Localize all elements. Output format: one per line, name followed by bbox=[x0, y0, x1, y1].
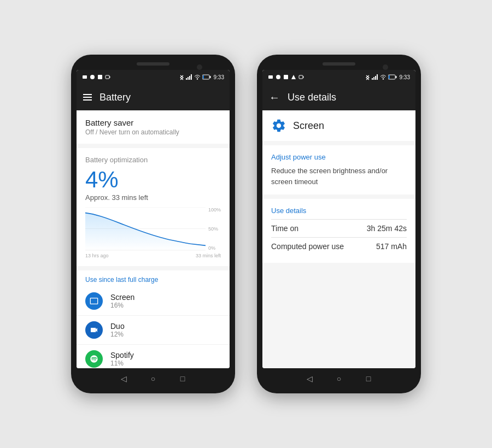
time-left: 9:33 bbox=[214, 74, 224, 80]
notif-icon-r3 bbox=[283, 74, 289, 80]
list-item-screen[interactable]: Screen 16% bbox=[77, 287, 230, 316]
screen-app-name: Screen bbox=[110, 293, 134, 302]
back-button-right[interactable]: ◁ bbox=[304, 374, 314, 384]
chart-label-0: 0% bbox=[208, 245, 221, 251]
svg-rect-22 bbox=[372, 78, 373, 80]
svg-point-26 bbox=[382, 78, 383, 79]
svg-rect-16 bbox=[268, 75, 273, 79]
notif-icon-r2 bbox=[276, 74, 281, 80]
use-details-app-name: Screen bbox=[293, 120, 324, 132]
app-bar-left: Battery bbox=[77, 84, 230, 110]
use-details-app-header: Screen bbox=[262, 110, 415, 141]
spotify-app-info: Spotify 11% bbox=[110, 351, 134, 367]
signal-icon-right bbox=[372, 74, 378, 80]
phone-screen-right: 9:33 ← Use details Screen Adjust power u… bbox=[262, 70, 415, 368]
use-details-content: Screen Adjust power use Reduce the scree… bbox=[262, 110, 415, 368]
battery-saver-title: Battery saver bbox=[85, 118, 221, 127]
duo-app-name: Duo bbox=[110, 322, 125, 331]
svg-rect-11 bbox=[209, 76, 210, 78]
phone-right: 9:33 ← Use details Screen Adjust power u… bbox=[257, 55, 421, 393]
bluetooth-icon-left bbox=[179, 74, 184, 80]
home-button-left[interactable]: ○ bbox=[148, 374, 158, 384]
use-details-section: Use details Time on 3h 25m 42s Computed … bbox=[262, 199, 415, 263]
use-details-link[interactable]: Use details bbox=[271, 207, 407, 215]
battery-approx: Approx. 33 mins left bbox=[85, 193, 221, 202]
wifi-icon-right bbox=[380, 74, 386, 80]
phone-camera-left bbox=[197, 64, 202, 70]
phone-screen-left: 9:33 Battery Battery saver Off / Never t… bbox=[77, 70, 230, 368]
battery-optimization-card: Battery optimization 4% Approx. 33 mins … bbox=[77, 148, 230, 266]
recent-button-right[interactable]: □ bbox=[364, 374, 373, 384]
battery-small-icon bbox=[105, 74, 110, 80]
svg-point-1 bbox=[90, 75, 95, 79]
status-bar-right: 9:33 bbox=[262, 70, 415, 84]
chart-labels-right: 100% 50% 0% bbox=[208, 207, 221, 251]
svg-rect-25 bbox=[377, 74, 378, 80]
adjust-power-link[interactable]: Adjust power use bbox=[271, 153, 407, 161]
spotify-app-percent: 11% bbox=[110, 359, 134, 367]
app-bar-right: ← Use details bbox=[262, 84, 415, 110]
use-since-label[interactable]: Use since last full charge bbox=[77, 270, 230, 287]
svg-rect-28 bbox=[395, 76, 396, 78]
duo-icon bbox=[85, 321, 103, 339]
notif-icon-2 bbox=[90, 74, 95, 80]
recent-button-left[interactable]: □ bbox=[178, 374, 188, 384]
menu-button[interactable] bbox=[83, 94, 92, 101]
status-bar-right-left: 9:33 bbox=[179, 74, 224, 80]
chart-time-labels: 13 hrs ago 33 mins left bbox=[85, 253, 221, 258]
adjust-power-section: Adjust power use Reduce the screen brigh… bbox=[262, 145, 415, 194]
time-on-value: 3h 25m 42s bbox=[367, 224, 407, 233]
svg-rect-8 bbox=[191, 74, 192, 80]
app-bar-title-right: Use details bbox=[288, 92, 336, 103]
notif-icon-1 bbox=[82, 74, 87, 80]
back-button-appbar[interactable]: ← bbox=[269, 92, 280, 103]
battery-saver-sub: Off / Never turn on automatically bbox=[85, 128, 221, 136]
chart-time-start: 13 hrs ago bbox=[85, 253, 109, 258]
time-right: 9:33 bbox=[400, 74, 410, 80]
duo-app-info: Duo 12% bbox=[110, 322, 125, 338]
svg-rect-20 bbox=[299, 75, 303, 79]
svg-rect-24 bbox=[375, 76, 376, 80]
screen-app-percent: 16% bbox=[110, 302, 134, 309]
settings-gear-icon bbox=[271, 118, 286, 133]
screen-app-info: Screen 16% bbox=[110, 293, 134, 309]
power-use-label: Computed power use bbox=[271, 242, 344, 251]
nav-bar-left: ◁ ○ □ bbox=[77, 368, 230, 386]
svg-marker-19 bbox=[291, 75, 296, 79]
svg-point-9 bbox=[196, 78, 197, 79]
screen-icon bbox=[85, 292, 103, 310]
svg-rect-12 bbox=[203, 75, 204, 79]
svg-rect-5 bbox=[186, 78, 187, 80]
phone-speaker-left bbox=[137, 62, 169, 66]
home-button-right[interactable]: ○ bbox=[334, 374, 344, 384]
battery-saver-card[interactable]: Battery saver Off / Never turn on automa… bbox=[77, 110, 230, 144]
battery-icon-right bbox=[388, 74, 397, 80]
chart-label-50: 50% bbox=[208, 226, 221, 232]
wifi-icon-left bbox=[194, 74, 201, 80]
battery-content: Battery saver Off / Never turn on automa… bbox=[77, 110, 230, 368]
list-item-duo[interactable]: Duo 12% bbox=[77, 316, 230, 345]
status-icons-left bbox=[82, 74, 110, 80]
status-bar-right-right: 9:33 bbox=[365, 74, 410, 80]
adjust-power-description: Reduce the screen brightness and/or scre… bbox=[271, 166, 407, 187]
nav-bar-right: ◁ ○ □ bbox=[262, 368, 415, 386]
notif-icon-3 bbox=[97, 74, 103, 80]
spotify-icon bbox=[85, 350, 103, 368]
svg-rect-21 bbox=[303, 76, 304, 78]
status-bar-left: 9:33 bbox=[77, 70, 230, 84]
svg-rect-2 bbox=[98, 75, 102, 79]
phone-left: 9:33 Battery Battery saver Off / Never t… bbox=[71, 55, 235, 393]
detail-row-power-use: Computed power use 517 mAh bbox=[271, 238, 407, 255]
battery-chart: 100% 50% 0% bbox=[85, 207, 221, 251]
svg-rect-7 bbox=[189, 76, 190, 80]
spotify-app-name: Spotify bbox=[110, 351, 134, 359]
phone-speaker-right bbox=[323, 62, 355, 66]
battery-percent: 4% bbox=[85, 168, 221, 191]
svg-rect-29 bbox=[389, 75, 390, 79]
notif-icon-r4 bbox=[291, 74, 296, 80]
back-button-left[interactable]: ◁ bbox=[119, 374, 128, 384]
battery-icon-left bbox=[202, 74, 211, 80]
list-item-spotify[interactable]: Spotify 11% bbox=[77, 345, 230, 368]
detail-row-time-on: Time on 3h 25m 42s bbox=[271, 220, 407, 237]
battery-small-icon-r bbox=[298, 74, 304, 80]
